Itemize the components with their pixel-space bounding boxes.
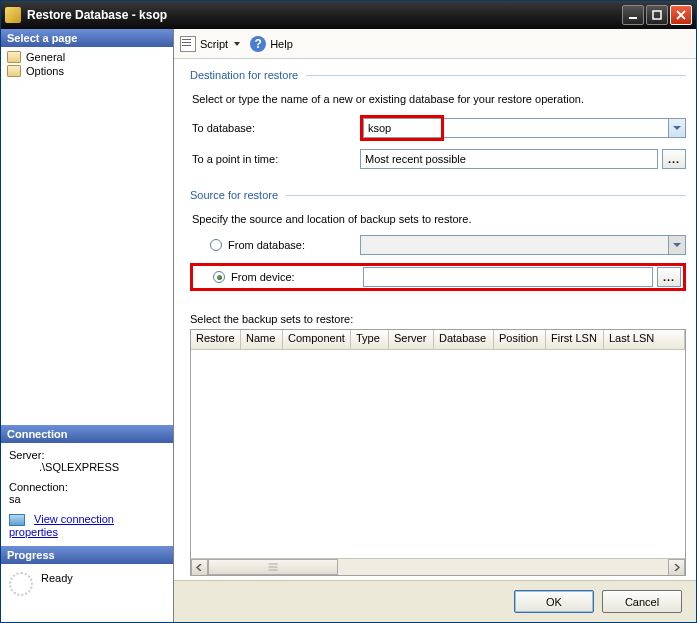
from-database-combo [360, 235, 686, 255]
from-database-label: From database: [228, 239, 305, 251]
connection-info: Server: .\SQLEXPRESS Connection: sa View… [1, 443, 173, 546]
main-body: Destination for restore Select or type t… [174, 59, 696, 580]
to-point-in-time-label: To a point in time: [190, 153, 360, 165]
page-icon [7, 51, 21, 63]
scrollbar-track[interactable] [208, 559, 668, 575]
minimize-icon [628, 10, 638, 20]
sidebar-item-options[interactable]: Options [5, 64, 169, 78]
progress-section: Ready [1, 564, 173, 604]
sidebar-item-label: General [26, 51, 65, 63]
ok-button[interactable]: OK [514, 590, 594, 613]
script-icon [180, 36, 196, 52]
col-first-lsn[interactable]: First LSN [546, 330, 604, 349]
select-page-header: Select a page [1, 29, 173, 47]
sidebar-item-general[interactable]: General [5, 50, 169, 64]
from-device-highlight: From device: ... [190, 263, 686, 291]
svg-rect-1 [653, 11, 661, 19]
destination-note: Select or type the name of a new or exis… [190, 93, 686, 105]
col-position[interactable]: Position [494, 330, 546, 349]
help-button[interactable]: Help [270, 38, 293, 50]
to-database-highlight: ksop [360, 115, 444, 141]
col-database[interactable]: Database [434, 330, 494, 349]
backup-grid-body [191, 350, 685, 558]
sidebar: Select a page General Options Connection… [1, 29, 174, 622]
connection-header: Connection [1, 425, 173, 443]
chevron-right-icon [673, 564, 680, 571]
sidebar-item-label: Options [26, 65, 64, 77]
database-icon [5, 7, 21, 23]
connection-value: sa [9, 493, 165, 505]
page-nav-list: General Options [1, 47, 173, 81]
dialog-footer: OK Cancel [174, 580, 696, 622]
progress-spinner-icon [9, 572, 33, 596]
backup-grid-header: Restore Name Component Type Server Datab… [191, 330, 685, 350]
connection-label: Connection: [9, 481, 165, 493]
titlebar: Restore Database - ksop [1, 1, 696, 29]
cancel-button[interactable]: Cancel [602, 590, 682, 613]
close-icon [676, 10, 686, 20]
main-panel: Script Help Destination for restore Sele… [174, 29, 696, 622]
backup-sets-label: Select the backup sets to restore: [190, 313, 686, 325]
script-dropdown[interactable] [234, 42, 240, 46]
server-value: .\SQLEXPRESS [9, 461, 165, 473]
col-server[interactable]: Server [389, 330, 434, 349]
source-group: Source for restore Specify the source an… [190, 189, 686, 301]
server-label: Server: [9, 449, 165, 461]
col-component[interactable]: Component [283, 330, 351, 349]
col-type[interactable]: Type [351, 330, 389, 349]
help-icon [250, 36, 266, 52]
view-connection-properties[interactable]: View connection properties [9, 513, 165, 538]
col-restore[interactable]: Restore [191, 330, 241, 349]
from-device-textbox[interactable] [363, 267, 653, 287]
col-last-lsn[interactable]: Last LSN [604, 330, 685, 349]
script-button[interactable]: Script [200, 38, 228, 50]
close-button[interactable] [670, 5, 692, 25]
destination-group: Destination for restore Select or type t… [190, 69, 686, 177]
chevron-left-icon [196, 564, 203, 571]
source-note: Specify the source and location of backu… [190, 213, 686, 225]
horizontal-scrollbar[interactable] [191, 558, 685, 575]
properties-icon [9, 514, 25, 526]
destination-title: Destination for restore [190, 69, 298, 81]
to-database-combo-ext[interactable] [444, 118, 686, 138]
progress-status: Ready [41, 572, 73, 584]
point-in-time-browse-button[interactable]: ... [662, 149, 686, 169]
source-title: Source for restore [190, 189, 278, 201]
backup-sets-grid[interactable]: Restore Name Component Type Server Datab… [190, 329, 686, 576]
progress-header: Progress [1, 546, 173, 564]
from-device-label: From device: [231, 271, 295, 283]
to-database-combo[interactable]: ksop [363, 118, 441, 138]
scroll-left-button[interactable] [191, 559, 208, 576]
svg-rect-0 [629, 17, 637, 19]
scroll-right-button[interactable] [668, 559, 685, 576]
restore-database-dialog: Restore Database - ksop Select a page Ge… [0, 0, 697, 623]
col-name[interactable]: Name [241, 330, 283, 349]
to-point-in-time-value: Most recent possible [365, 153, 466, 165]
to-database-label: To database: [190, 122, 360, 134]
toolbar: Script Help [174, 29, 696, 59]
maximize-button[interactable] [646, 5, 668, 25]
to-database-value: ksop [368, 122, 391, 134]
chevron-down-icon [668, 236, 685, 254]
chevron-down-icon [668, 119, 685, 137]
backup-sets-section: Select the backup sets to restore: Resto… [190, 313, 686, 576]
from-device-radio[interactable] [213, 271, 225, 283]
to-point-in-time-value-box: Most recent possible [360, 149, 658, 169]
page-icon [7, 65, 21, 77]
scrollbar-thumb[interactable] [208, 559, 338, 575]
from-database-radio[interactable] [210, 239, 222, 251]
from-device-browse-button[interactable]: ... [657, 267, 681, 287]
maximize-icon [652, 10, 662, 20]
minimize-button[interactable] [622, 5, 644, 25]
content-area: Select a page General Options Connection… [1, 29, 696, 622]
window-title: Restore Database - ksop [27, 8, 620, 22]
